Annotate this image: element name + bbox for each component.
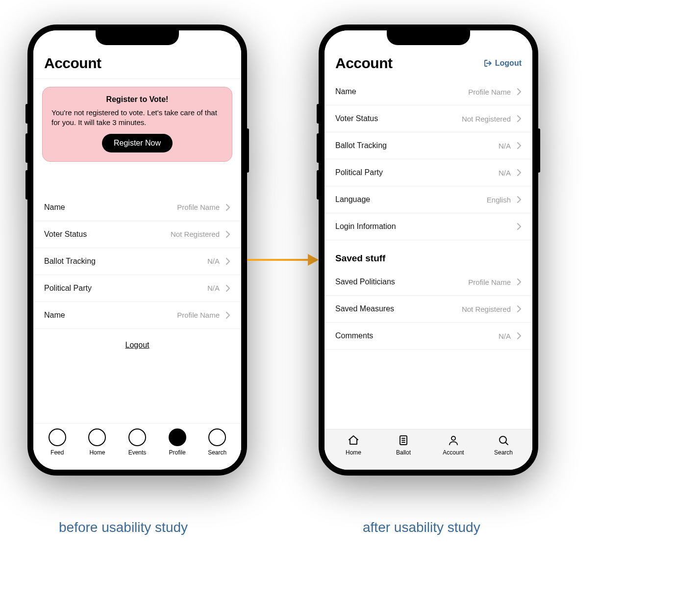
- list-item[interactable]: Saved Politicians Profile Name: [325, 269, 532, 296]
- list-item[interactable]: Saved Measures Not Registered: [325, 296, 532, 323]
- phone-before: Account Register to Vote! You're not reg…: [27, 25, 247, 476]
- list-item[interactable]: Ballot Tracking N/A: [325, 132, 532, 159]
- row-value: Not Registered: [462, 115, 511, 123]
- tab-account[interactable]: Account: [439, 434, 468, 456]
- settings-list: Name Profile Name Voter Status Not Regis…: [325, 78, 532, 240]
- row-value: Profile Name: [177, 311, 220, 319]
- row-label: Voter Status: [44, 230, 87, 239]
- logout-button[interactable]: Logout: [483, 59, 522, 68]
- tab-bar: Home Ballot Account Search: [325, 429, 532, 470]
- page-title: Account: [44, 55, 101, 72]
- chevron-right-icon: [517, 169, 522, 176]
- settings-list: Name Profile Name Voter Status Not Regis…: [33, 194, 241, 329]
- phone-notch: [96, 29, 179, 45]
- tab-home[interactable]: Home: [82, 429, 112, 456]
- row-value: Not Registered: [171, 230, 220, 238]
- circle-filled-icon: [169, 429, 186, 446]
- tab-label: Search: [208, 449, 226, 456]
- list-item[interactable]: Login Information: [325, 213, 532, 240]
- list-item[interactable]: Voter Status Not Registered: [33, 221, 241, 248]
- tab-ballot[interactable]: Ballot: [389, 434, 418, 456]
- account-icon: [448, 434, 459, 446]
- tab-label: Ballot: [396, 449, 411, 456]
- row-label: Name: [335, 87, 356, 96]
- home-icon: [348, 434, 359, 446]
- chevron-right-icon: [517, 88, 522, 96]
- list-item[interactable]: Language English: [325, 186, 532, 213]
- caption-after: after usability study: [363, 520, 480, 535]
- row-label: Political Party: [44, 284, 92, 293]
- tab-search[interactable]: Search: [489, 434, 518, 456]
- chevron-right-icon: [517, 196, 522, 203]
- list-item[interactable]: Political Party N/A: [325, 159, 532, 186]
- logout-link[interactable]: Logout: [125, 341, 150, 349]
- row-value: N/A: [207, 284, 220, 292]
- tab-search[interactable]: Search: [202, 429, 232, 456]
- circle-icon: [128, 429, 146, 446]
- row-value: N/A: [499, 142, 511, 150]
- tab-label: Home: [346, 449, 361, 456]
- tab-label: Home: [89, 449, 105, 456]
- list-item[interactable]: Name Profile Name: [33, 302, 241, 329]
- register-banner: Register to Vote! You're not registered …: [42, 87, 232, 162]
- side-button: [317, 104, 320, 124]
- row-value: Profile Name: [177, 203, 220, 211]
- tab-label: Account: [443, 449, 464, 456]
- section-saved-stuff: Saved stuff: [325, 240, 532, 269]
- row-label: Name: [44, 203, 65, 212]
- chevron-right-icon: [225, 203, 230, 211]
- tab-label: Events: [128, 449, 147, 456]
- list-item[interactable]: Comments N/A: [325, 323, 532, 350]
- row-label: Ballot Tracking: [335, 141, 387, 150]
- svg-line-8: [505, 442, 508, 445]
- list-item[interactable]: Political Party N/A: [33, 275, 241, 302]
- tab-label: Feed: [50, 449, 64, 456]
- row-value: N/A: [499, 169, 511, 177]
- chevron-right-icon: [517, 278, 522, 286]
- chevron-right-icon: [517, 332, 522, 340]
- list-item[interactable]: Name Profile Name: [325, 78, 532, 105]
- phone-after: Account Logout Name Profile Name: [319, 25, 538, 476]
- side-button: [25, 133, 28, 163]
- saved-list: Saved Politicians Profile Name Saved Mea…: [325, 269, 532, 350]
- banner-body: You're not registered to vote. Let's tak…: [51, 108, 223, 128]
- tab-bar: Feed Home Events Profile Search: [33, 423, 241, 470]
- circle-icon: [88, 429, 106, 446]
- side-button: [25, 104, 28, 124]
- list-item[interactable]: Ballot Tracking N/A: [33, 248, 241, 275]
- row-value: English: [487, 196, 511, 204]
- page-title: Account: [335, 55, 393, 72]
- side-button: [317, 133, 320, 163]
- tab-events[interactable]: Events: [123, 429, 152, 456]
- circle-icon: [49, 429, 66, 446]
- chevron-right-icon: [517, 305, 522, 313]
- banner-title: Register to Vote!: [51, 95, 223, 104]
- tab-feed[interactable]: Feed: [43, 429, 72, 456]
- phone-notch: [387, 29, 470, 45]
- row-label: Name: [44, 311, 65, 320]
- row-value: Not Registered: [462, 305, 511, 313]
- tab-label: Search: [494, 449, 513, 456]
- tab-home[interactable]: Home: [339, 434, 368, 456]
- chevron-right-icon: [517, 142, 522, 150]
- row-label: Voter Status: [335, 114, 378, 123]
- ballot-icon: [398, 434, 409, 446]
- register-now-button[interactable]: Register Now: [102, 134, 173, 152]
- row-value: N/A: [207, 257, 220, 265]
- chevron-right-icon: [225, 284, 230, 292]
- list-item[interactable]: Voter Status Not Registered: [325, 105, 532, 132]
- tab-label: Profile: [169, 449, 186, 456]
- side-button: [537, 128, 540, 173]
- side-button: [25, 170, 28, 200]
- logout-label: Logout: [495, 59, 522, 68]
- side-button: [317, 170, 320, 200]
- list-item[interactable]: Name Profile Name: [33, 194, 241, 221]
- row-label: Political Party: [335, 168, 383, 177]
- caption-before: before usability study: [59, 520, 188, 535]
- circle-icon: [208, 429, 226, 446]
- row-label: Login Information: [335, 222, 396, 231]
- row-value: Profile Name: [468, 88, 511, 96]
- arrow-right-icon: [245, 250, 319, 270]
- svg-marker-1: [308, 254, 319, 266]
- tab-profile[interactable]: Profile: [163, 429, 192, 456]
